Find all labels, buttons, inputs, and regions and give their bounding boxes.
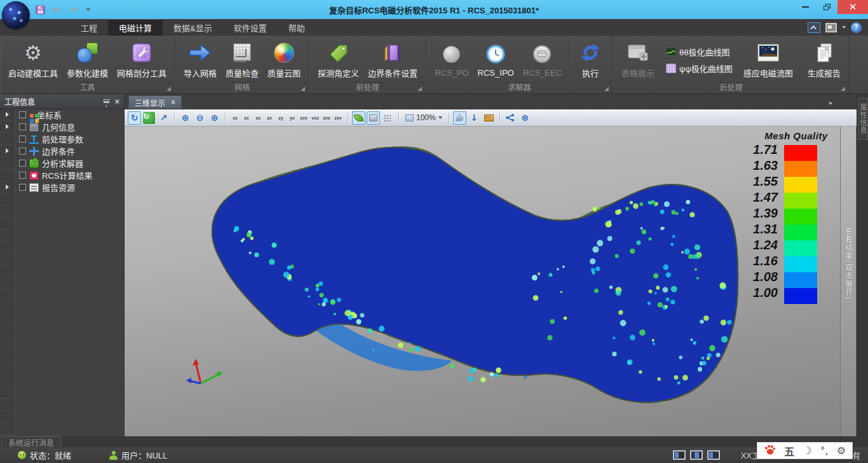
view-orientation-icon-1[interactable]: xz	[229, 112, 241, 124]
ime-settings-gear-icon[interactable]: ⚙	[837, 445, 846, 457]
tree-item-RCS计算结果[interactable]: RCS计算结果	[0, 169, 124, 181]
tree-checkbox[interactable]	[19, 160, 26, 167]
ribbon-button-θθ极化曲线图[interactable]: θθ极化曲线图	[663, 45, 735, 59]
pin-icon[interactable]	[104, 99, 109, 103]
dialog-launcher-icon[interactable]	[301, 86, 305, 91]
minimize-button[interactable]	[794, 0, 816, 14]
polygon-select-icon[interactable]	[453, 111, 466, 125]
viewport-tab-close-icon[interactable]: ×	[171, 99, 175, 106]
tab-list-dropdown-icon[interactable]	[829, 102, 832, 105]
tree-item-坐标系[interactable]: 坐标系	[0, 109, 124, 121]
tree-checkbox[interactable]	[19, 135, 26, 142]
flat-shade-icon[interactable]	[367, 111, 380, 125]
properties-collapsed-tab[interactable]: 属性信息	[858, 98, 868, 140]
view-orientation-icon-6[interactable]: yx	[287, 112, 298, 124]
tree-item-报告资源[interactable]: 报告资源	[0, 181, 124, 193]
close-button[interactable]: ✕	[837, 0, 868, 14]
help-icon[interactable]: ?	[851, 22, 862, 33]
menu-tab-数据&显示[interactable]: 数据&显示	[163, 19, 223, 36]
ribbon-button-执行[interactable]: 执行	[572, 39, 609, 80]
quick-access-dropdown-icon[interactable]	[86, 8, 91, 11]
expand-arrow-icon[interactable]	[6, 148, 9, 153]
view-orientation-icon-5[interactable]: zy	[275, 112, 287, 124]
save-icon[interactable]	[36, 5, 45, 15]
punctuation-label[interactable]: °,	[820, 445, 829, 457]
ribbon-button-探测角定义[interactable]: 探测角定义	[313, 39, 363, 80]
view-orientation-icon-3[interactable]: xz	[252, 112, 264, 124]
ribbon-button-质量检查[interactable]: 质量检查	[221, 39, 263, 80]
dialog-launcher-icon[interactable]	[604, 86, 609, 91]
ribbon-button-RCS_PO[interactable]: RCS_PO	[430, 41, 473, 79]
wubi-mode-label[interactable]: 五	[784, 443, 794, 459]
ribbon-button-启动建模工具[interactable]: ⚙启动建模工具	[4, 39, 62, 80]
view-orientation-icon-4[interactable]: zx	[264, 112, 275, 124]
cancel-close-icon[interactable]: ⊗	[519, 111, 532, 125]
tree-checkbox[interactable]	[19, 172, 26, 179]
style-dropdown-icon[interactable]	[842, 26, 846, 29]
expand-arrow-icon[interactable]	[6, 184, 9, 190]
layout-left-icon[interactable]	[673, 450, 686, 460]
shaded-leaf-icon[interactable]	[352, 111, 365, 125]
moon-icon[interactable]: ☽	[803, 445, 811, 457]
ribbon-button-网格剖分工具[interactable]: 网格剖分工具	[112, 39, 171, 80]
ribbon-button-表格展示[interactable]: 表格展示	[617, 39, 659, 80]
ribbon-button-导入网格[interactable]: 导入网格	[179, 39, 221, 80]
undo-icon[interactable]	[51, 6, 62, 14]
zoom-fit-icon[interactable]: ⊕	[208, 111, 221, 125]
collapse-ribbon-icon[interactable]	[808, 22, 820, 33]
wireframe-dots-icon[interactable]	[381, 111, 395, 125]
view-orientation-icon-9[interactable]: zvx	[321, 112, 332, 124]
restore-button[interactable]	[816, 0, 837, 14]
share-link-icon[interactable]	[504, 111, 517, 125]
tree-item-边界条件[interactable]: 边界条件	[0, 145, 124, 157]
tree-item-分析求解器[interactable]: 分析求解器	[0, 157, 124, 169]
menu-tab-电磁计算[interactable]: 电磁计算	[108, 19, 163, 36]
ribbon-button-RCS_IPO[interactable]: RCS_IPO	[473, 41, 519, 79]
app-logo-icon[interactable]	[2, 1, 30, 29]
ribbon-button-ψψ极化曲线图[interactable]: ψψ极化曲线图	[663, 62, 735, 75]
ribbon-button-参数化建模[interactable]: 参数化建模	[62, 39, 112, 80]
menu-tab-工程[interactable]: 工程	[70, 19, 108, 36]
view-orientation-icon-2[interactable]: zx	[241, 112, 252, 124]
menu-tab-帮助[interactable]: 帮助	[278, 19, 316, 36]
display-style-icon[interactable]	[825, 23, 837, 32]
ribbon-button-边界条件设置[interactable]: 边界条件设置	[363, 39, 422, 80]
orbit-rotate-icon[interactable]: ↻	[128, 111, 141, 125]
pan-zoom-arrow-icon[interactable]: ↗	[157, 111, 170, 125]
zoom-in-icon[interactable]: ⊕	[179, 111, 192, 125]
ribbon-button-质量云图[interactable]: 质量云图	[263, 39, 305, 80]
view-orientation-icon-8[interactable]: vxz	[309, 112, 321, 124]
dialog-launcher-icon[interactable]	[166, 86, 171, 91]
spin-refresh-icon[interactable]: ↻	[142, 111, 156, 125]
view-orientation-icon-7[interactable]: zvx	[298, 112, 309, 124]
dialog-launcher-icon[interactable]	[841, 86, 845, 91]
zoom-out-icon[interactable]: ⊖	[193, 111, 207, 125]
layout-center-icon[interactable]	[690, 450, 703, 460]
tree-checkbox[interactable]	[19, 148, 26, 155]
3d-canvas[interactable]: Mesh Quality 1.711.631.551.471.391.311.2…	[125, 127, 857, 436]
tree-item-前处理参数[interactable]: 前处理参数	[0, 133, 124, 145]
tree-item-几何信息[interactable]: 几何信息	[0, 121, 124, 133]
viewport-tab-3d[interactable]: 三维显示 ×	[128, 95, 182, 109]
panel-close-icon[interactable]: ×	[114, 97, 119, 106]
dialog-launcher-icon[interactable]	[417, 86, 422, 91]
system-messages-tab[interactable]: 系统运行消息	[1, 436, 61, 447]
baidu-paw-icon[interactable]	[764, 445, 776, 457]
results-collapsed-tab[interactable]: 查看结果(双击展开)	[840, 127, 857, 436]
expand-arrow-icon[interactable]	[6, 112, 9, 117]
redo-icon[interactable]	[69, 6, 79, 14]
ribbon-button-RCS_EEC[interactable]: RCS_EEC	[519, 41, 566, 79]
tree-checkbox[interactable]	[19, 184, 26, 191]
tree-checkbox[interactable]	[19, 111, 26, 118]
view-orientation-icon-10[interactable]: zxv	[332, 112, 344, 124]
download-arrow-icon[interactable]: ↓	[468, 111, 481, 125]
menu-tab-软件设置[interactable]: 软件设置	[223, 19, 278, 36]
layout-right-icon[interactable]	[707, 450, 720, 460]
capture-folder-icon[interactable]	[482, 111, 496, 125]
expand-arrow-icon[interactable]	[6, 124, 9, 129]
zoom-level-select[interactable]: 100%	[403, 113, 445, 122]
ribbon-button-生成报告[interactable]: 生成报告	[803, 39, 845, 80]
tree-checkbox[interactable]	[19, 123, 26, 130]
ribbon-button-感应电磁流图[interactable]: 感应电磁流图	[739, 39, 797, 80]
tablewin-icon	[624, 41, 652, 65]
